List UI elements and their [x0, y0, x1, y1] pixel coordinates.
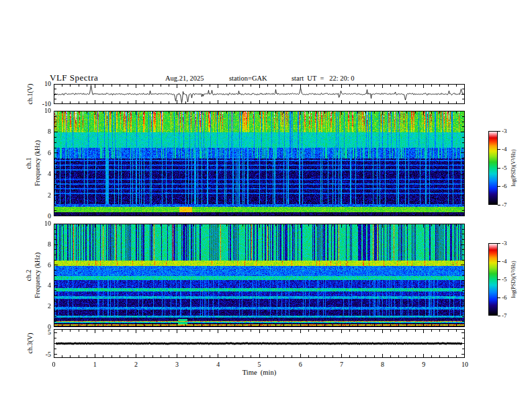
- colorbar-tick: [498, 316, 500, 316]
- colorbar-tick-label: -3: [502, 240, 515, 246]
- ch1-spec-channel-label: ch.1: [25, 158, 32, 169]
- colorbar-tick: [498, 243, 500, 244]
- colorbar-2-canvas: [488, 243, 498, 316]
- colorbar-tick: [498, 279, 500, 280]
- colorbar-tick-label: -4: [502, 258, 515, 265]
- ch2-spec-channel-label: ch.2: [25, 270, 32, 281]
- x-tick-label: 10: [456, 361, 474, 368]
- colorbar-tick: [498, 298, 500, 298]
- x-tick-label: 1: [86, 361, 103, 368]
- ch1-wave-ylabel: ch.1(V): [26, 84, 34, 105]
- ch1-waveform-canvas: [54, 84, 465, 104]
- y-tick-label: 6: [34, 149, 51, 156]
- x-axis-title: Time (min): [242, 369, 276, 376]
- colorbar-tick: [498, 168, 500, 169]
- colorbar-tick: [498, 131, 500, 132]
- colorbar-tick-label: -4: [502, 146, 515, 152]
- colorbar-tick-label: -7: [502, 312, 515, 319]
- y-tick-label: 2: [34, 191, 51, 199]
- x-tick-label: 6: [292, 361, 309, 368]
- y-tick-label: 10: [34, 220, 51, 227]
- x-tick-label: 5: [251, 361, 268, 368]
- vlf-spectra-figure: VLF Spectra Aug.21, 2025 station=GAK sta…: [0, 0, 532, 411]
- y-tick-label: 8: [34, 128, 51, 135]
- x-tick-label: 2: [127, 361, 144, 368]
- colorbar-tick-label: -3: [502, 128, 515, 134]
- colorbar-tick: [498, 205, 500, 205]
- colorbar-tick-label: -5: [502, 165, 515, 171]
- ch2-spectrogram-canvas: [54, 224, 465, 327]
- figure-title: VLF Spectra: [50, 73, 98, 83]
- y-tick-label: 2: [34, 302, 51, 310]
- y-tick-label: 4: [34, 170, 51, 177]
- y-tick-label: 10: [34, 107, 51, 114]
- colorbar-tick: [498, 261, 500, 262]
- y-tick-label: 0: [34, 212, 51, 220]
- x-tick-label: 0: [45, 361, 62, 368]
- ch2-spec-freq-label: Frequency (kHz): [34, 253, 41, 298]
- figure-station: station=GAK: [229, 75, 267, 82]
- y-tick-label: 0: [34, 323, 51, 330]
- colorbar-tick: [498, 186, 500, 187]
- figure-start-ut: start UT = 22: 20: 0: [292, 75, 355, 82]
- ch1-wave-ytick-top: 10: [32, 80, 51, 87]
- x-tick-label: 3: [169, 361, 186, 368]
- colorbar-tick-label: -7: [502, 201, 515, 208]
- x-tick-label: 7: [332, 361, 350, 368]
- colorbar-tick: [498, 149, 500, 150]
- ch1-spectrogram-canvas: [54, 111, 465, 216]
- ch3-wave-ytick-bottom: -5: [32, 351, 51, 358]
- x-tick-label: 4: [210, 361, 227, 368]
- colorbar-tick-label: -6: [502, 183, 515, 189]
- colorbar-1-canvas: [488, 131, 498, 205]
- y-tick-label: 4: [34, 281, 51, 289]
- ch3-wave-ylabel: ch.3(V): [26, 333, 34, 354]
- y-tick-label: 8: [34, 240, 51, 248]
- figure-date: Aug.21, 2025: [165, 75, 204, 82]
- colorbar-tick-label: -6: [502, 294, 515, 301]
- y-tick-label: 6: [34, 261, 51, 269]
- colorbar-tick-label: -5: [502, 276, 515, 283]
- x-tick-label: 9: [415, 361, 433, 368]
- ch3-waveform-canvas: [54, 329, 465, 358]
- x-tick-label: 8: [374, 361, 392, 368]
- ch1-spec-freq-label: Frequency (kHz): [34, 140, 41, 186]
